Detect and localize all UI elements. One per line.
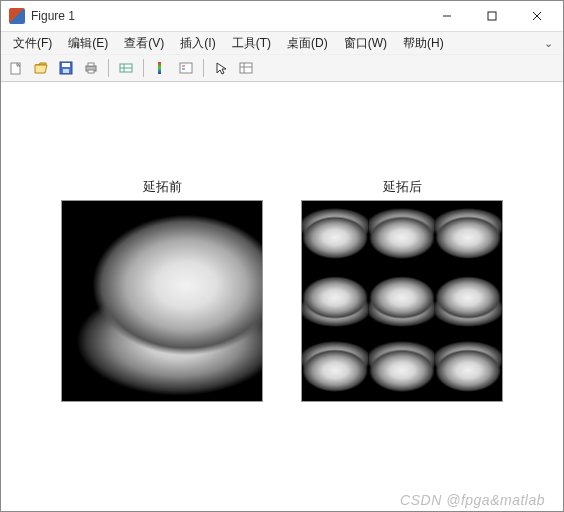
colorbar-button[interactable]	[150, 57, 172, 79]
subplot-left-title: 延拓前	[143, 178, 182, 196]
menu-tools[interactable]: 工具(T)	[226, 33, 277, 54]
titlebar: Figure 1	[1, 1, 563, 32]
svg-rect-7	[62, 63, 70, 67]
image-after	[301, 200, 503, 402]
menubar: 文件(F) 编辑(E) 查看(V) 插入(I) 工具(T) 桌面(D) 窗口(W…	[1, 32, 563, 55]
new-figure-button[interactable]	[5, 57, 27, 79]
print-button[interactable]	[80, 57, 102, 79]
toolbar-sep-3	[203, 59, 204, 77]
menu-desktop[interactable]: 桌面(D)	[281, 33, 334, 54]
figure-canvas: 延拓前 延拓后 CSDN @fpga&matlab	[1, 82, 563, 512]
menu-window[interactable]: 窗口(W)	[338, 33, 393, 54]
toolbar	[1, 55, 563, 82]
app-icon	[9, 8, 25, 24]
svg-rect-10	[88, 63, 94, 66]
svg-rect-11	[88, 70, 94, 73]
plot-area: 延拓前 延拓后	[35, 178, 529, 446]
svg-rect-1	[488, 12, 496, 20]
subplot-right: 延拓后	[302, 178, 502, 446]
legend-button[interactable]	[175, 57, 197, 79]
watermark: CSDN @fpga&matlab	[400, 492, 545, 508]
svg-rect-19	[240, 63, 252, 73]
open-button[interactable]	[30, 57, 52, 79]
menu-edit[interactable]: 编辑(E)	[62, 33, 114, 54]
toolbar-sep-1	[108, 59, 109, 77]
menu-file[interactable]: 文件(F)	[7, 33, 58, 54]
toolbar-sep-2	[143, 59, 144, 77]
svg-rect-8	[63, 69, 69, 73]
image-before	[61, 200, 263, 402]
window-title: Figure 1	[31, 9, 75, 23]
subplot-right-title: 延拓后	[383, 178, 422, 196]
image-before-content	[62, 201, 262, 401]
save-button[interactable]	[55, 57, 77, 79]
close-button[interactable]	[514, 2, 559, 30]
menu-view[interactable]: 查看(V)	[118, 33, 170, 54]
menu-insert[interactable]: 插入(I)	[174, 33, 221, 54]
link-plot-button[interactable]	[115, 57, 137, 79]
svg-rect-15	[158, 62, 161, 74]
figure-palette-button[interactable]	[235, 57, 257, 79]
pointer-button[interactable]	[210, 57, 232, 79]
menu-help[interactable]: 帮助(H)	[397, 33, 450, 54]
minimize-button[interactable]	[424, 2, 469, 30]
subplot-left: 延拓前	[62, 178, 262, 446]
svg-rect-16	[180, 63, 192, 73]
image-after-content	[302, 201, 502, 401]
dock-toggle-icon[interactable]: ⌄	[544, 37, 557, 50]
maximize-button[interactable]	[469, 2, 514, 30]
